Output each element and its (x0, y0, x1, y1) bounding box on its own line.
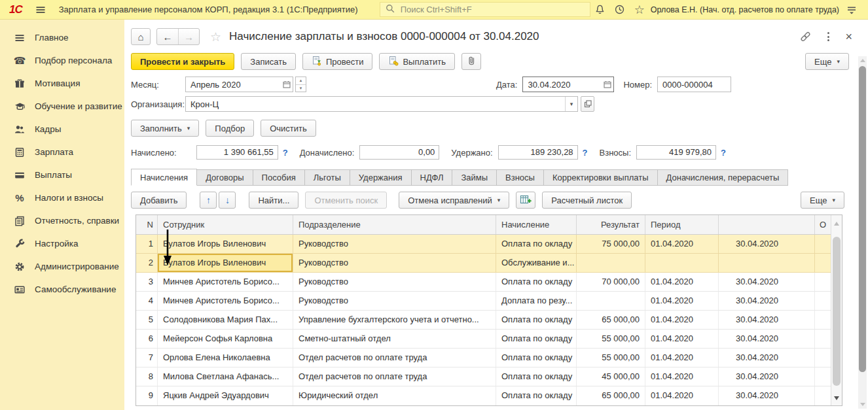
sidebar-item-recruiting[interactable]: ☎ Подбор персонала (0, 49, 124, 72)
cell-result[interactable]: 70 000,00 (577, 273, 645, 291)
tab-contributions[interactable]: Взносы (496, 169, 544, 186)
cell-result[interactable]: 45 000,00 (577, 367, 645, 386)
spin-up-icon[interactable]: ▲ (296, 77, 306, 84)
cell-department[interactable]: Сметно-штатный отдел (293, 330, 496, 348)
column-header-employee[interactable]: Сотрудник (158, 215, 293, 234)
cell-o[interactable] (815, 254, 831, 272)
favorite-star-icon[interactable]: ☆ (210, 29, 221, 44)
grid-scrollbar[interactable] (831, 215, 842, 405)
sidebar-item-payments[interactable]: Выплаты (0, 163, 124, 186)
table-more-button[interactable]: Еще▾ (801, 192, 844, 209)
pay-button[interactable]: Выплатить (379, 53, 455, 70)
table-row[interactable]: 5 Солодовникова Мария Пах... Управление … (136, 311, 831, 330)
cell-period-start[interactable]: 01.04.2020 (645, 386, 719, 405)
cell-period-end[interactable]: 30.04.2020 (719, 235, 815, 253)
attachments-button[interactable] (461, 53, 481, 70)
move-up-button[interactable]: ↑ (200, 192, 217, 209)
withheld-value[interactable]: 189 230,28 (498, 145, 578, 160)
cell-department[interactable]: Руководство (293, 254, 496, 272)
cell-period-start[interactable]: 01.04.2020 (645, 292, 719, 310)
spin-down-icon[interactable]: ▼ (296, 84, 306, 92)
sidebar-item-reports[interactable]: Отчетность, справки (0, 209, 124, 232)
sidebar-item-self-service[interactable]: Самообслуживание (0, 278, 124, 301)
column-header-period[interactable]: Период (645, 215, 719, 234)
cell-period-start[interactable]: 01.04.2020 (645, 367, 719, 386)
cell-n[interactable]: 9 (136, 386, 158, 405)
tab-deductions[interactable]: Удержания (350, 169, 412, 186)
fill-button[interactable]: Заполнить▾ (131, 120, 199, 137)
additional-value[interactable]: 0,00 (359, 145, 439, 160)
column-header-accrual[interactable]: Начисление (496, 215, 577, 234)
cell-period-end[interactable] (719, 254, 815, 272)
cell-n[interactable]: 3 (136, 273, 158, 291)
cell-employee[interactable]: Орлова Елена Николаевна (158, 349, 293, 367)
scroll-up-icon[interactable] (860, 59, 865, 62)
current-user[interactable]: Орлова Е.Н. (Нач. отд. расчетов по оплат… (651, 5, 839, 14)
cell-department[interactable]: Руководство (293, 235, 496, 253)
cell-o[interactable] (815, 349, 831, 367)
cell-period-end[interactable]: 30.04.2020 (719, 386, 815, 405)
cell-result[interactable]: 65 000,00 (577, 311, 645, 329)
accrued-help-link[interactable]: ? (283, 148, 288, 158)
history-icon[interactable] (610, 2, 630, 18)
home-button[interactable]: ⌂ (131, 28, 151, 45)
cell-result[interactable] (577, 292, 645, 310)
open-organization-button[interactable] (581, 96, 594, 112)
tab-contracts[interactable]: Договоры (196, 169, 253, 186)
undo-corrections-button[interactable]: Отмена исправлений▾ (399, 192, 509, 209)
window-scrollbar[interactable] (858, 56, 867, 409)
month-field[interactable]: Апрель 2020 (185, 77, 293, 92)
cell-n[interactable]: 1 (136, 235, 158, 253)
sidebar-item-motivation[interactable]: Мотивация (0, 72, 124, 95)
clear-button[interactable]: Очистить (261, 120, 316, 137)
cell-period-start[interactable]: 01.04.2020 (645, 330, 719, 348)
column-header-result[interactable]: Результат (577, 215, 645, 234)
sidebar-item-training[interactable]: Обучение и развитие (0, 95, 124, 118)
cell-accrual[interactable]: Обслуживание и... (496, 254, 577, 272)
back-button[interactable]: ← (157, 29, 178, 44)
cell-accrual[interactable]: Оплата по окладу (496, 311, 577, 329)
forward-button[interactable]: → (178, 29, 199, 44)
date-field[interactable]: 30.04.2020 (522, 77, 614, 92)
main-menu-icon[interactable] (34, 3, 47, 16)
cell-department[interactable]: Руководство (293, 292, 496, 310)
search-input[interactable] (399, 4, 585, 15)
move-down-button[interactable]: ↓ (219, 192, 236, 209)
dropdown-caret-icon[interactable]: ▾ (565, 97, 577, 111)
service-menu-icon[interactable] (842, 2, 861, 18)
cell-accrual[interactable]: Оплата по окладу (496, 367, 577, 386)
close-icon[interactable]: × (845, 31, 852, 43)
organization-field[interactable]: Крон-Ц ▾ (185, 96, 578, 112)
cell-employee[interactable]: Яцкив Андрей Эдуардович (158, 386, 293, 405)
cell-n[interactable]: 8 (136, 367, 158, 386)
accrued-value[interactable]: 1 390 661,55 (196, 145, 278, 160)
sidebar-item-hr[interactable]: Кадры (0, 118, 124, 141)
cell-n[interactable]: 6 (136, 330, 158, 348)
pick-button[interactable]: Подбор (206, 120, 254, 137)
sidebar-item-settings[interactable]: Настройка (0, 232, 124, 255)
cell-department[interactable]: Руководство (293, 273, 496, 291)
cell-period-start[interactable]: 01.04.2020 (645, 311, 719, 329)
cell-accrual[interactable]: Оплата по окладу (496, 330, 577, 348)
cell-accrual[interactable]: Оплата по окладу (496, 386, 577, 405)
sidebar-item-salary[interactable]: Зарплата (0, 141, 124, 163)
sidebar-item-main[interactable]: Главное (0, 26, 124, 49)
table-row[interactable]: 1 Булатов Игорь Виленович Руководство Оп… (136, 235, 831, 254)
cell-result[interactable]: 55 000,00 (577, 349, 645, 367)
cell-department[interactable]: Отдел расчетов по оплате труда (293, 367, 496, 386)
cell-period-end[interactable]: 30.04.2020 (719, 292, 815, 310)
notifications-bell-icon[interactable] (590, 2, 610, 18)
cell-o[interactable] (815, 273, 831, 291)
cell-o[interactable] (815, 367, 831, 386)
tab-payment-adjustments[interactable]: Корректировки выплаты (543, 169, 658, 186)
sidebar-item-taxes[interactable]: % Налоги и взносы (0, 186, 124, 209)
tab-privileges[interactable]: Льготы (304, 169, 350, 186)
cell-n[interactable]: 4 (136, 292, 158, 310)
cell-period-start[interactable]: 01.04.2020 (645, 273, 719, 291)
cell-accrual[interactable]: Оплата по окладу (496, 273, 577, 291)
cell-o[interactable] (815, 235, 831, 253)
scroll-down-icon[interactable] (834, 396, 839, 400)
cell-employee[interactable]: Солодовникова Мария Пах... (158, 311, 293, 329)
column-header-department[interactable]: Подразделение (293, 215, 496, 234)
cell-n[interactable]: 7 (136, 349, 158, 367)
